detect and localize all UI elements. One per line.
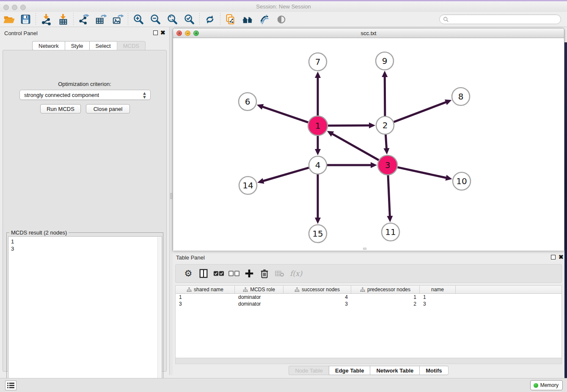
node-9[interactable]: 9 xyxy=(376,52,394,70)
mcds-result-list[interactable]: 1 3 xyxy=(8,236,162,392)
tab-network[interactable]: Network xyxy=(32,41,65,50)
table-row[interactable]: 1 dominator 4 1 1 xyxy=(176,294,561,301)
refresh-icon xyxy=(204,14,215,25)
delete-row-button[interactable] xyxy=(257,267,272,280)
add-row-button[interactable] xyxy=(242,267,257,280)
edge-1-2[interactable] xyxy=(328,125,371,126)
column-header-predecessor-nodes[interactable]: predecessor nodes xyxy=(351,286,420,293)
criterion-select[interactable]: strongly connected component ▲▼ xyxy=(19,90,151,100)
zoom-selected-button[interactable] xyxy=(181,13,198,26)
tab-node-table[interactable]: Node Table xyxy=(289,366,329,375)
table-panel-close-button[interactable]: ✖ xyxy=(559,254,564,260)
clear-all-button[interactable] xyxy=(226,267,242,280)
splitter-handle[interactable] xyxy=(170,193,172,199)
node-4[interactable]: 4 xyxy=(309,156,327,174)
run-mcds-button[interactable]: Run MCDS xyxy=(40,104,81,113)
cell-mcds-role[interactable]: dominator xyxy=(235,301,284,307)
zoom-in-icon xyxy=(132,14,144,25)
result-scrollbar[interactable] xyxy=(157,237,161,392)
export-image-button[interactable] xyxy=(109,13,126,26)
tab-edge-table[interactable]: Edge Table xyxy=(329,366,370,375)
tab-network-table[interactable]: Network Table xyxy=(370,366,419,375)
export-image-icon xyxy=(112,14,124,25)
open-session-button[interactable] xyxy=(0,13,17,26)
node-3[interactable]: 3 xyxy=(378,155,397,175)
table-row[interactable]: 3 dominator 3 2 3 xyxy=(176,301,561,307)
edge-3-1[interactable] xyxy=(331,133,379,160)
cell-predecessor-nodes[interactable]: 1 xyxy=(351,294,420,301)
cell-name[interactable]: 1 xyxy=(420,294,456,301)
control-panel-float-button[interactable] xyxy=(153,30,158,35)
network-graph[interactable]: 7968124314101511 xyxy=(173,38,564,251)
close-panel-button[interactable]: Close panel xyxy=(86,104,130,113)
column-header-successor-nodes[interactable]: successor nodes xyxy=(284,286,351,293)
edge-3-10[interactable] xyxy=(397,167,447,178)
clone-network-button[interactable] xyxy=(222,13,239,26)
node-6[interactable]: 6 xyxy=(239,93,256,110)
zoom-out-button[interactable] xyxy=(147,13,164,26)
eye-icon xyxy=(276,14,287,25)
cell-successor-nodes[interactable]: 3 xyxy=(284,301,351,307)
node-11[interactable]: 11 xyxy=(382,223,399,241)
cell-shared-name[interactable]: 1 xyxy=(176,294,235,301)
canvas-resize-grip[interactable] xyxy=(363,248,366,250)
show-columns-button[interactable] xyxy=(196,267,211,280)
zoom-in-button[interactable] xyxy=(130,13,147,26)
node-table[interactable]: shared name MCDS role xyxy=(175,285,562,358)
network-window-titlebar[interactable]: × – + scc.txt xyxy=(173,28,564,38)
edge-2-8[interactable] xyxy=(394,102,448,122)
edge-4-14[interactable] xyxy=(262,168,309,181)
save-floppy-icon xyxy=(20,14,31,25)
optimization-criterion-label: Optimization criterion: xyxy=(3,81,166,87)
cell-mcds-role[interactable]: dominator xyxy=(235,294,284,301)
import-table-button[interactable] xyxy=(55,13,72,26)
search-input[interactable] xyxy=(449,16,561,23)
node-2[interactable]: 2 xyxy=(376,116,394,134)
export-network-icon xyxy=(78,14,90,25)
result-line: 1 xyxy=(11,238,159,245)
attribute-tree-icon xyxy=(187,287,192,292)
graphics-details-button[interactable] xyxy=(256,13,273,26)
column-header-shared-name[interactable]: shared name xyxy=(176,286,235,293)
column-header-name[interactable]: name xyxy=(420,286,456,293)
edge-2-9[interactable] xyxy=(385,75,385,116)
search-field[interactable] xyxy=(439,14,561,24)
import-network-button[interactable] xyxy=(38,13,55,26)
table-settings-button[interactable]: ⚙ xyxy=(181,267,196,280)
node-1[interactable]: 1 xyxy=(308,116,328,135)
cell-predecessor-nodes[interactable]: 2 xyxy=(351,301,420,307)
home-button[interactable] xyxy=(239,13,256,26)
tab-select[interactable]: Select xyxy=(89,41,117,50)
edge-2-3[interactable] xyxy=(385,135,386,150)
hide-panels-button[interactable] xyxy=(273,13,290,26)
node-10[interactable]: 10 xyxy=(453,172,471,190)
node-15[interactable]: 15 xyxy=(309,225,327,243)
tab-motifs[interactable]: Motifs xyxy=(419,366,448,375)
cell-successor-nodes[interactable]: 4 xyxy=(284,294,351,301)
task-history-button[interactable] xyxy=(5,381,17,390)
tab-mcds[interactable]: MCDS xyxy=(117,41,146,50)
node-7[interactable]: 7 xyxy=(309,53,327,71)
table-panel-float-button[interactable] xyxy=(551,255,556,259)
edge-1-6[interactable] xyxy=(261,106,308,122)
refresh-button[interactable] xyxy=(201,13,218,26)
edge-3-11[interactable] xyxy=(388,175,390,218)
memory-button[interactable]: Memory xyxy=(530,380,563,390)
export-table-button[interactable] xyxy=(92,13,109,26)
control-panel-close-button[interactable]: ✖ xyxy=(160,30,165,36)
export-network-button[interactable] xyxy=(75,13,92,26)
zoom-fit-button[interactable] xyxy=(164,13,181,26)
cell-shared-name[interactable]: 3 xyxy=(176,301,235,307)
node-8[interactable]: 8 xyxy=(452,88,470,105)
vertical-splitter[interactable] xyxy=(169,27,173,375)
column-header-mcds-role[interactable]: MCDS role xyxy=(235,286,284,293)
delete-table-button[interactable] xyxy=(272,267,287,280)
select-all-button[interactable] xyxy=(211,267,226,280)
node-14[interactable]: 14 xyxy=(239,177,257,194)
edge-arrowhead xyxy=(257,104,264,110)
function-builder-button[interactable]: f(x) xyxy=(290,269,302,278)
tab-style[interactable]: Style xyxy=(65,41,89,50)
clone-network-icon xyxy=(225,14,237,25)
save-session-button[interactable] xyxy=(17,13,34,26)
cell-name[interactable]: 3 xyxy=(420,301,456,307)
